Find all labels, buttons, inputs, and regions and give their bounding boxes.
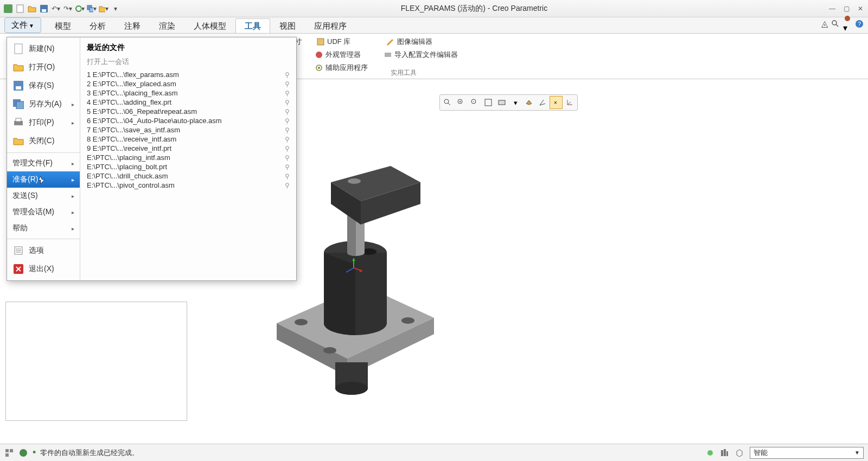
recent-file-item[interactable]: 4 E:\PTC\...\adding_flex.prt⚲	[82, 98, 294, 107]
svg-text:-: -	[473, 99, 475, 104]
folder-icon[interactable]: ▾	[99, 4, 108, 14]
save-icon[interactable]	[39, 4, 49, 14]
settings-icon[interactable]: ▾	[843, 14, 852, 33]
recent-file-item[interactable]: E:\PTC\...\placing_intf.asm⚲	[82, 153, 294, 162]
redo-icon[interactable]: ↷▾	[63, 4, 73, 14]
file-exit[interactable]: 退出(X)	[7, 260, 80, 278]
file-save[interactable]: 保存(S)	[7, 76, 80, 95]
file-manage-file[interactable]: 管理文件(F)▸	[7, 152, 80, 171]
tab-apps[interactable]: 应用程序	[305, 18, 356, 33]
recent-file-item[interactable]: 8 E:\PTC\...\receive_intf.asm⚲	[82, 135, 294, 144]
file-help[interactable]: 帮助▸	[7, 220, 80, 236]
appearance-mgr-button[interactable]: 外观管理器	[312, 49, 363, 61]
recent-file-item[interactable]: 1 E:\PTC\...\flex_params.asm⚲	[82, 70, 294, 79]
pin-icon[interactable]: ⚲	[285, 126, 290, 134]
undo-icon[interactable]: ↶▾	[51, 4, 61, 14]
recent-file-item[interactable]: E:\PTC\...\pivot_control.asm⚲	[82, 181, 294, 190]
pin-icon[interactable]: ⚲	[285, 182, 290, 189]
pin-icon[interactable]: ⚲	[285, 89, 290, 97]
file-options[interactable]: 选项	[7, 239, 80, 260]
minimize-icon[interactable]: —	[828, 4, 837, 13]
open-icon[interactable]	[27, 4, 37, 14]
pin-icon[interactable]: ⚲	[285, 154, 290, 162]
recent-file-item[interactable]: 6 E:\PTC\...\04_Auto-Place\auto-place.as…	[82, 116, 294, 125]
recent-file-item[interactable]: 7 E:\PTC\...\save_as_intf.asm⚲	[82, 125, 294, 135]
zoom-in-icon[interactable]: +	[455, 96, 468, 109]
search-icon[interactable]	[831, 20, 840, 28]
file-new[interactable]: 新建(N)	[7, 40, 80, 58]
zoom-fit-icon[interactable]	[441, 96, 454, 109]
disp-style-icon[interactable]	[495, 96, 508, 109]
datum-plane-icon[interactable]	[522, 96, 535, 109]
import-config-button[interactable]: 导入配置文件编辑器	[381, 49, 460, 61]
svg-rect-23	[16, 118, 21, 121]
recent-file-item[interactable]: 3 E:\PTC\...\placing_flex.asm⚲	[82, 88, 294, 98]
zoom-out-icon[interactable]: -	[468, 96, 481, 109]
pin-icon[interactable]: ⚲	[285, 136, 290, 143]
windows-icon[interactable]: ▾	[87, 4, 97, 14]
status-box-icon[interactable]	[735, 448, 744, 458]
file-manage-session[interactable]: 管理会话(M)▸	[7, 204, 80, 220]
maximize-icon[interactable]: ▢	[842, 4, 851, 13]
selection-filter[interactable]: 智能▼	[750, 447, 864, 459]
pin-icon[interactable]: ⚲	[285, 117, 290, 125]
recent-file-item[interactable]: E:\PTC\...\drill_chuck.asm⚲	[82, 171, 294, 181]
pin-icon[interactable]: ⚲	[285, 99, 290, 106]
svg-rect-63	[724, 449, 726, 456]
datum-point-icon[interactable]: ×	[550, 96, 563, 109]
file-save-as[interactable]: 另存为(A)▸	[7, 95, 80, 113]
tab-annotate[interactable]: 注释	[115, 18, 150, 33]
svg-point-13	[316, 52, 322, 58]
new-icon[interactable]	[15, 4, 25, 14]
file-print[interactable]: 打印(P)▸	[7, 113, 80, 132]
pin-icon[interactable]: ⚲	[285, 145, 290, 152]
tab-manikin[interactable]: 人体模型	[184, 18, 235, 33]
status-icon-1[interactable]	[4, 448, 14, 458]
udf-library-button[interactable]: UDF 库	[314, 36, 353, 48]
saved-views-icon[interactable]: ▾	[509, 96, 522, 109]
regen-icon[interactable]: ▾	[75, 4, 85, 14]
svg-point-29	[444, 99, 449, 104]
svg-text:+: +	[459, 99, 462, 104]
pin-icon[interactable]: ⚲	[285, 108, 290, 116]
close-icon[interactable]: ✕	[856, 4, 865, 13]
repaint-icon[interactable]	[482, 96, 495, 109]
pin-icon[interactable]: ⚲	[285, 71, 290, 79]
image-editor-button[interactable]: 图像编辑器	[384, 36, 435, 48]
csys-icon[interactable]	[563, 96, 576, 109]
tab-view[interactable]: 视图	[270, 18, 305, 33]
recent-file-item[interactable]: E:\PTC\...\placing_bolt.prt⚲	[82, 162, 294, 171]
file-close[interactable]: 关闭(C)	[7, 132, 80, 150]
file-tab[interactable]: 文件▼	[4, 17, 41, 33]
tab-model[interactable]: 模型	[46, 18, 80, 33]
ribbon-group-label: 实用工具	[391, 68, 417, 78]
svg-rect-0	[4, 4, 12, 13]
model-tree-panel[interactable]	[5, 302, 187, 421]
pin-icon[interactable]: ⚲	[285, 80, 290, 88]
file-open[interactable]: 打开(O)	[7, 58, 80, 76]
datum-axis-icon[interactable]	[536, 96, 549, 109]
aux-app-button[interactable]: 辅助应用程序	[312, 62, 370, 74]
pin-icon[interactable]: ⚲	[285, 163, 290, 171]
svg-rect-36	[499, 100, 505, 105]
status-icon-2[interactable]	[18, 448, 28, 458]
svg-point-51	[348, 178, 361, 184]
svg-rect-59	[5, 453, 9, 457]
svg-point-9	[845, 16, 850, 21]
file-send[interactable]: 发送(S)▸	[7, 188, 80, 204]
file-prepare[interactable]: 准备(R)▸	[7, 171, 80, 188]
pin-icon[interactable]: ⚲	[285, 172, 290, 180]
status-building-icon[interactable]	[719, 448, 729, 458]
svg-line-30	[448, 103, 450, 105]
svg-text:×: ×	[554, 100, 557, 106]
tab-tools[interactable]: 工具	[235, 18, 270, 33]
recent-file-item[interactable]: 9 E:\PTC\...\receive_intf.prt⚲	[82, 144, 294, 153]
recent-file-item[interactable]: 5 E:\PTC\...\06_Repeat\repeat.asm⚲	[82, 107, 294, 116]
ribbon-expand-icon[interactable]: ◬	[821, 18, 828, 29]
help-icon[interactable]: ?	[855, 20, 864, 28]
qat-dropdown-icon[interactable]: ▾	[111, 4, 120, 14]
tab-render[interactable]: 渲染	[150, 18, 184, 33]
tab-analysis[interactable]: 分析	[80, 18, 115, 33]
svg-point-43	[295, 319, 308, 325]
recent-file-item[interactable]: 2 E:\PTC\...\flex_placed.asm⚲	[82, 79, 294, 88]
